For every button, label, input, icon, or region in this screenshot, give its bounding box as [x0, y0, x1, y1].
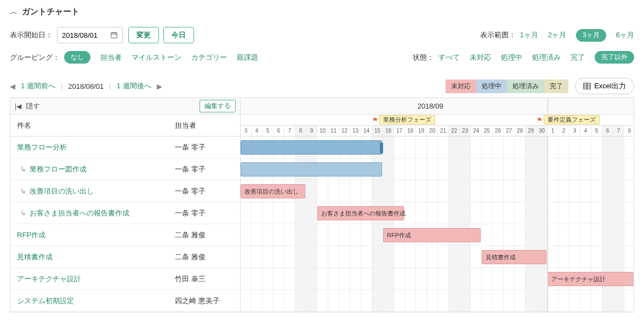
day-header-cell: 21	[438, 126, 449, 136]
task-name-link[interactable]: ↳ お客さま担当者への報告書作成	[10, 208, 175, 218]
gantt-bar[interactable]: アーキテクチャ設計	[548, 272, 634, 286]
start-date-input[interactable]	[62, 31, 107, 39]
day-header-cell: 26	[493, 126, 504, 136]
status-option-完了以外[interactable]: 完了以外	[595, 51, 634, 64]
task-name-link[interactable]: ↳ 改善項目の洗い出し	[10, 186, 175, 196]
gantt-row	[241, 158, 634, 180]
hide-label[interactable]: 隠す	[26, 101, 40, 111]
col-header-assignee: 担当者	[175, 121, 240, 130]
start-date-input-wrap[interactable]	[57, 27, 123, 43]
milestone-flag[interactable]: ⚑要件定義フェーズ	[537, 115, 600, 124]
status-option-完了[interactable]: 完了	[571, 53, 585, 62]
change-button[interactable]: 変更	[128, 27, 159, 43]
task-assignee: 一条 零子	[175, 186, 240, 196]
nav-prev-week[interactable]: 1 週間前へ	[21, 81, 55, 91]
grouping-option-親課題[interactable]: 親課題	[237, 53, 258, 62]
grouping-option-マイルストーン[interactable]: マイルストーン	[132, 53, 181, 62]
gantt-bar[interactable]: 改善項目の洗い出し	[241, 184, 305, 198]
table-row: ↳ 業務フロー図作成一条 零子	[10, 158, 240, 180]
page-title: ガントチャート	[22, 7, 79, 17]
task-name-link[interactable]: RFP作成	[10, 230, 175, 240]
gantt-bar[interactable]: お客さま担当者への報告書作成	[317, 206, 404, 220]
gantt-bar[interactable]: 見積書作成	[482, 250, 546, 264]
task-assignee: 竹田 泰三	[175, 274, 240, 284]
status-option-未対応[interactable]: 未対応	[470, 53, 491, 62]
day-header-cell: 18	[405, 126, 416, 136]
child-arrow-icon: ↳	[20, 187, 26, 195]
day-header-cell: 8	[295, 126, 306, 136]
table-row: 業務フロー分析一条 零子	[10, 136, 240, 158]
child-arrow-icon: ↳	[20, 209, 26, 217]
grouping-option-担当者[interactable]: 担当者	[100, 53, 122, 62]
milestone-flag[interactable]: ⚑業務分析フェーズ	[372, 115, 435, 124]
grouping-option-カテゴリー[interactable]: カテゴリー	[191, 53, 227, 62]
nav-current-date: 2018/08/01	[68, 82, 104, 90]
range-option-1ヶ月[interactable]: 1ヶ月	[520, 30, 538, 40]
status-label: 状態：	[413, 53, 434, 62]
collapse-left-icon[interactable]: |◀	[15, 103, 21, 110]
child-arrow-icon: ↳	[20, 165, 26, 173]
gantt-bar[interactable]: RFP作成	[383, 228, 481, 242]
day-header-cell: 14	[361, 126, 372, 136]
day-header-cell: 16	[383, 126, 394, 136]
gantt-row	[241, 136, 634, 158]
nav-prev-arrow-icon[interactable]: ◀	[10, 82, 15, 90]
task-name-link[interactable]: 見積書作成	[10, 252, 175, 262]
gantt-row: お客さま担当者への報告書作成	[241, 202, 634, 224]
day-header-cell: 2	[558, 126, 569, 136]
table-row: RFP作成二条 雅俊	[10, 224, 240, 246]
day-header-cell: 12	[339, 126, 350, 136]
range-option-2ヶ月[interactable]: 2ヶ月	[548, 30, 566, 40]
day-header-cell: 6	[602, 126, 613, 136]
day-header-cell: 4	[252, 126, 263, 136]
gantt-row: RFP作成	[241, 224, 634, 246]
table-row: アーキテクチャ設計竹田 泰三	[10, 268, 240, 290]
day-header-cell: 30	[537, 126, 548, 136]
status-option-処理中[interactable]: 処理中	[501, 53, 522, 62]
svg-rect-0	[111, 33, 117, 38]
gantt-bar[interactable]	[241, 140, 382, 155]
day-header-cell: 24	[471, 126, 482, 136]
gantt-chart: |◀ 隠す 編集する 件名 担当者 業務フロー分析一条 零子↳ 業務フロー図作成…	[10, 98, 634, 312]
bar-resize-handle[interactable]	[380, 143, 383, 153]
today-button[interactable]: 今日	[163, 27, 194, 43]
task-name-link[interactable]: システム初期設定	[10, 296, 175, 306]
status-option-すべて[interactable]: すべて	[438, 53, 460, 62]
task-assignee: 一条 零子	[175, 164, 240, 174]
edit-button[interactable]: 編集する	[200, 100, 236, 112]
day-header-cell: 11	[328, 126, 339, 136]
day-header-cell: 7	[613, 126, 624, 136]
table-icon	[583, 82, 591, 90]
day-header-cell: 23	[460, 126, 471, 136]
flag-icon: ⚑	[537, 116, 543, 124]
day-header-cell: 9	[306, 126, 317, 136]
nav-next-week[interactable]: 1 週間後へ	[117, 81, 151, 91]
grouping-label: グルーピング：	[10, 53, 60, 62]
range-option-6ヶ月[interactable]: 6ヶ月	[616, 30, 634, 40]
gantt-bar[interactable]	[241, 162, 382, 177]
excel-export-button[interactable]: Excel出力	[575, 78, 634, 94]
range-option-3ヶ月[interactable]: 3ヶ月	[576, 29, 606, 42]
day-header-cell: 6	[273, 126, 284, 136]
day-header-cell: 4	[580, 126, 591, 136]
gantt-row	[241, 290, 634, 312]
task-name-link[interactable]: ↳ 業務フロー図作成	[10, 164, 175, 174]
day-header-cell: 3	[241, 126, 252, 136]
task-assignee: 二条 雅俊	[175, 252, 240, 262]
task-assignee: 一条 零子	[175, 208, 240, 218]
table-row: ↳ 改善項目の洗い出し一条 零子	[10, 180, 240, 202]
grouping-option-なし[interactable]: なし	[64, 51, 90, 64]
collapse-chevron-icon[interactable]: ︿	[10, 7, 18, 17]
day-header-cell: 3	[569, 126, 580, 136]
day-header-cell: 25	[482, 126, 493, 136]
calendar-icon	[110, 31, 118, 39]
day-header-cell: 1	[548, 126, 558, 136]
nav-next-arrow-icon[interactable]: ▶	[157, 82, 162, 90]
day-header-cell: 20	[427, 126, 438, 136]
flag-icon: ⚑	[372, 116, 378, 124]
day-header-cell: 13	[350, 126, 361, 136]
task-name-link[interactable]: 業務フロー分析	[10, 143, 175, 152]
status-option-処理済み[interactable]: 処理済み	[532, 53, 561, 62]
day-header-cell: 10	[317, 126, 328, 136]
task-name-link[interactable]: アーキテクチャ設計	[10, 274, 175, 284]
